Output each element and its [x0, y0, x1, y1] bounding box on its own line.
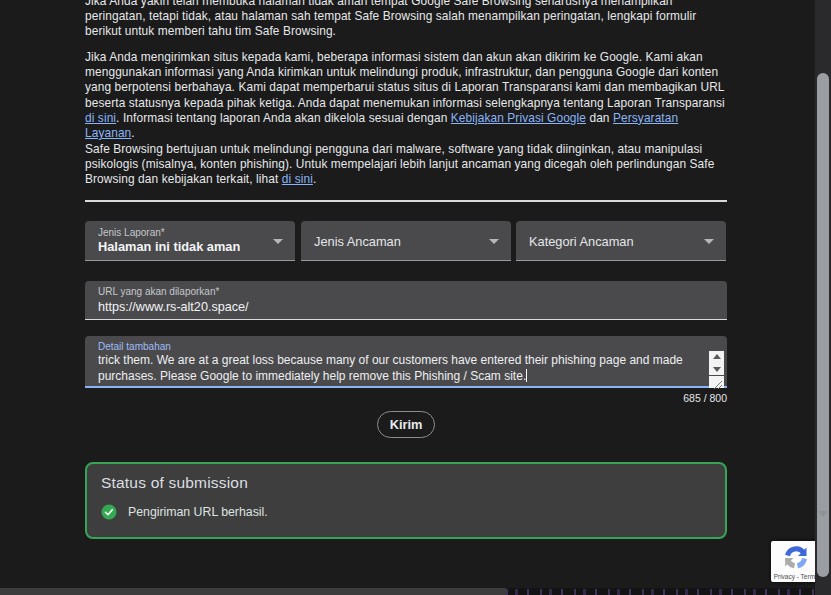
intro-paragraph-3: Safe Browsing bertujuan untuk melindungi…	[85, 142, 727, 188]
textarea-scrollbar-buttons[interactable]	[709, 351, 724, 375]
recaptcha-badge[interactable]: Privacy - Terms	[771, 541, 821, 582]
privacy-policy-link[interactable]: Kebijakan Privasi Google	[451, 111, 586, 125]
transparency-report-link[interactable]: di sini	[85, 111, 116, 125]
intro-paragraph-2-text-3: dan	[586, 111, 613, 125]
report-type-label: Jenis Laporan*	[98, 227, 165, 238]
submit-button[interactable]: Kirim	[377, 411, 435, 438]
character-counter: 685 / 800	[85, 392, 727, 404]
url-input[interactable]: URL yang akan dilaporkan* https://www.rs…	[85, 281, 727, 320]
page-scrollbar-thumb[interactable]	[817, 73, 829, 577]
intro-paragraph-2-text-2: . Informasi tentang laporan Anda akan di…	[116, 111, 451, 125]
intro-paragraph-3-text-2: .	[313, 172, 316, 186]
threat-category-dropdown[interactable]: Kategori Ancaman	[516, 221, 726, 261]
chevron-down-icon	[273, 239, 283, 244]
intro-paragraph-3-text-1: Safe Browsing bertujuan untuk melindungi…	[85, 142, 714, 186]
scrollbar-down-arrow-icon[interactable]	[818, 511, 828, 517]
cutoff-text-glyphs	[506, 589, 815, 595]
details-textarea-label: Detail tambahan	[98, 341, 171, 352]
bottom-edge-bar	[0, 588, 506, 595]
recaptcha-privacy-terms[interactable]: Privacy - Terms	[771, 573, 821, 580]
text-cursor	[526, 369, 527, 382]
intro-paragraph-2-text-4: .	[131, 126, 134, 140]
status-panel-title: Status of submission	[101, 474, 248, 492]
intro-paragraph-2-text-1: Jika Anda mengirimkan situs kepada kami,…	[85, 50, 725, 110]
threat-category-label: Kategori Ancaman	[529, 233, 634, 248]
intro-paragraph-1-text: Jika Anda yakin telah membuka halaman ti…	[85, 0, 696, 38]
threat-type-dropdown[interactable]: Jenis Ancaman	[301, 221, 511, 261]
chevron-down-icon	[704, 239, 714, 244]
details-textarea[interactable]: Detail tambahan trick them. We are at a …	[85, 336, 727, 388]
cutoff-content-strip	[506, 588, 815, 595]
scroll-up-icon[interactable]	[713, 354, 721, 359]
report-type-value: Halaman ini tidak aman	[98, 239, 240, 254]
recaptcha-logo-icon	[782, 543, 810, 571]
url-input-value: https://www.rs-alt20.space/	[98, 300, 249, 314]
textarea-scrollbar[interactable]	[709, 351, 724, 388]
success-check-icon	[101, 504, 117, 520]
status-message: Pengiriman URL berhasil.	[128, 505, 268, 519]
details-textarea-value: trick them. We are at a great loss becau…	[98, 353, 696, 384]
threat-type-label: Jenis Ancaman	[314, 233, 401, 248]
resize-grip-icon[interactable]	[709, 376, 724, 388]
report-type-dropdown[interactable]: Jenis Laporan* Halaman ini tidak aman	[85, 221, 295, 261]
section-divider	[85, 200, 727, 202]
page-scrollbar-track[interactable]	[815, 0, 831, 595]
submission-status-panel: Status of submission Pengiriman URL berh…	[85, 462, 727, 539]
url-input-label: URL yang akan dilaporkan*	[98, 286, 219, 297]
scroll-down-icon[interactable]	[713, 367, 721, 372]
intro-paragraph-2: Jika Anda mengirimkan situs kepada kami,…	[85, 50, 727, 141]
intro-paragraph-1: Jika Anda yakin telah membuka halaman ti…	[85, 0, 727, 40]
status-message-row: Pengiriman URL berhasil.	[101, 504, 268, 520]
chevron-down-icon	[489, 239, 499, 244]
resize-grip-lines	[709, 378, 724, 390]
safe-browsing-policy-link[interactable]: di sini	[282, 172, 313, 186]
